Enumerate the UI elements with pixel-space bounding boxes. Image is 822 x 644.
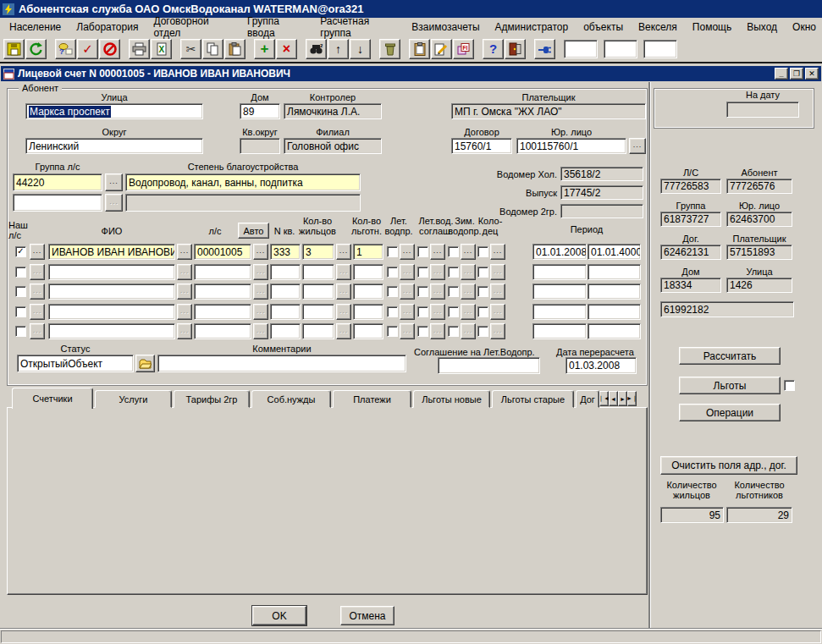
id-extra-field[interactable]: 61992182 <box>660 301 794 317</box>
kolodec-checkbox[interactable] <box>477 306 488 317</box>
zhiltsy-lookup-button[interactable]: ... <box>336 264 351 280</box>
period-from-field[interactable] <box>532 264 587 280</box>
n-kv-field[interactable] <box>270 264 301 280</box>
lgoty-checkbox[interactable] <box>784 380 795 391</box>
period-from-field[interactable]: 01.01.2008 <box>532 244 587 260</box>
period-from-field[interactable] <box>532 304 587 320</box>
fio-lookup-button[interactable]: ... <box>177 283 192 300</box>
fio-field[interactable] <box>48 323 175 339</box>
edit-note-icon[interactable] <box>431 39 452 59</box>
let-soglash-checkbox[interactable] <box>417 246 428 257</box>
platelshchik-field[interactable]: МП г. Омска "ЖХ ЛАО" <box>451 103 646 119</box>
n-kv-field[interactable] <box>270 323 301 339</box>
period-to-field[interactable] <box>588 283 641 300</box>
operacii-button[interactable]: Операции <box>679 404 781 421</box>
exit-door-icon[interactable] <box>505 39 526 59</box>
row-select-checkbox[interactable] <box>15 326 26 337</box>
zim-vodopr-checkbox[interactable] <box>448 326 459 337</box>
kolodec-button[interactable]: ... <box>490 244 505 260</box>
let-vodpr-checkbox[interactable] <box>387 267 398 278</box>
let-soglash-checkbox[interactable] <box>417 267 428 278</box>
tab-lgoty-novye[interactable]: Льготы новые <box>413 390 490 408</box>
let-vodpr-checkbox[interactable] <box>387 286 398 297</box>
tab-dog[interactable]: Дог <box>576 390 599 408</box>
period-from-field[interactable] <box>532 323 587 339</box>
kolodec-checkbox[interactable] <box>477 326 488 337</box>
lgotniki-field[interactable] <box>353 283 383 300</box>
status-field[interactable]: ОткрытыйОбъект <box>17 355 134 372</box>
tab-scroll-last-icon[interactable]: ►❘ <box>627 391 637 406</box>
let-vodpr-button[interactable]: ... <box>400 304 415 320</box>
n-kv-field[interactable] <box>270 304 301 320</box>
let-vodpr-checkbox[interactable] <box>387 246 398 257</box>
id-dog-field[interactable]: 62462131 <box>660 245 721 260</box>
menu-obekty[interactable]: объекты <box>576 19 631 35</box>
id-platelshchik-field[interactable]: 57151893 <box>726 245 792 260</box>
refresh-icon[interactable] <box>25 39 47 59</box>
id-yur-lico-field[interactable]: 62463700 <box>726 212 792 227</box>
period-to-field[interactable]: 01.01.4000 <box>588 244 641 260</box>
n-kv-field[interactable]: 333 <box>270 244 301 260</box>
dogovor-field[interactable]: 15760/1 <box>451 138 512 154</box>
period-to-field[interactable] <box>588 304 641 320</box>
find-icon[interactable]: 2 <box>306 39 327 59</box>
row-select-checkbox[interactable] <box>15 286 26 297</box>
auto-button[interactable]: Авто <box>238 223 269 239</box>
ls-field[interactable]: 00001005 <box>194 244 251 260</box>
save-icon[interactable] <box>3 39 25 59</box>
tab-scroll-first-icon[interactable]: ❘◄ <box>599 391 609 406</box>
row-select-checkbox[interactable]: ✓ <box>15 246 26 257</box>
lgotniki-field[interactable]: 1 <box>353 244 383 260</box>
tab-schetchiki[interactable]: Счетчики <box>12 388 93 409</box>
zhiltsy-field[interactable]: 3 <box>302 244 334 260</box>
ok-button[interactable]: OK <box>252 606 306 625</box>
zim-vodopr-button[interactable]: ... <box>461 304 476 320</box>
filial-field[interactable]: Головной офис <box>284 138 382 154</box>
tab-tarify-2gr[interactable]: Тарифы 2гр <box>174 390 250 408</box>
zhiltsy-lookup-button[interactable]: ... <box>336 323 351 339</box>
na-datu-field[interactable] <box>726 102 799 118</box>
let-soglash-checkbox[interactable] <box>417 286 428 297</box>
add-record-icon[interactable]: + <box>254 39 275 59</box>
tab-uslugi[interactable]: Услуги <box>95 390 172 408</box>
zim-vodopr-checkbox[interactable] <box>448 246 459 257</box>
gruppa-ls-picker-button[interactable]: ... <box>105 173 123 191</box>
connect-plug-icon[interactable] <box>534 39 555 59</box>
kolodec-button[interactable]: ... <box>490 323 505 339</box>
fio-field[interactable] <box>48 283 175 300</box>
menu-naselenie[interactable]: Население <box>2 19 69 35</box>
let-soglash-button[interactable]: ... <box>430 244 445 260</box>
export-excel-icon[interactable]: X <box>151 39 172 59</box>
otmena-button[interactable]: Отмена <box>340 606 394 625</box>
cancel-no-entry-icon[interactable] <box>99 39 120 59</box>
zhiltsy-lookup-button[interactable]: ... <box>336 283 351 300</box>
zhiltsy-field[interactable] <box>302 264 334 280</box>
ls-lookup-button[interactable]: ... <box>253 323 268 339</box>
let-vodpr-checkbox[interactable] <box>387 326 398 337</box>
fio-lookup-button[interactable]: ... <box>177 264 192 280</box>
menu-pomoshch[interactable]: Помощь <box>685 19 739 35</box>
kolodec-button[interactable]: ... <box>490 264 505 280</box>
okrug-field[interactable]: Ленинский <box>25 138 203 154</box>
vodomer-hol-field[interactable]: 35618/2 <box>560 167 643 181</box>
fio-picker-button[interactable]: ... <box>30 323 45 339</box>
menu-vzaimozachety[interactable]: Взаимозачеты <box>404 19 487 35</box>
kolichestvo-zhiltsov-field[interactable]: 95 <box>660 507 724 523</box>
data-pererascheta-field[interactable]: 01.03.2008 <box>565 357 637 374</box>
ls-field[interactable] <box>194 304 251 320</box>
maximize-button[interactable]: ❐ <box>790 68 803 80</box>
kolichestvo-lgotnikov-field[interactable]: 29 <box>726 507 792 523</box>
fio-picker-button[interactable]: ... <box>30 283 45 300</box>
fio-lookup-button[interactable]: ... <box>177 304 192 320</box>
kolodec-checkbox[interactable] <box>477 286 488 297</box>
stepen-field-2[interactable] <box>125 194 361 212</box>
let-soglash-checkbox[interactable] <box>417 326 428 337</box>
clipboard-icon[interactable] <box>409 39 430 59</box>
move-down-icon[interactable]: ↓ <box>350 39 371 59</box>
let-soglash-button[interactable]: ... <box>430 304 445 320</box>
id-dom-field[interactable]: 18334 <box>660 278 721 293</box>
fio-field[interactable] <box>48 304 175 320</box>
menu-laboratoriya[interactable]: Лаборатория <box>69 19 146 35</box>
ls-lookup-button[interactable]: ... <box>253 264 268 280</box>
lgoty-button[interactable]: Льготы <box>679 377 781 394</box>
